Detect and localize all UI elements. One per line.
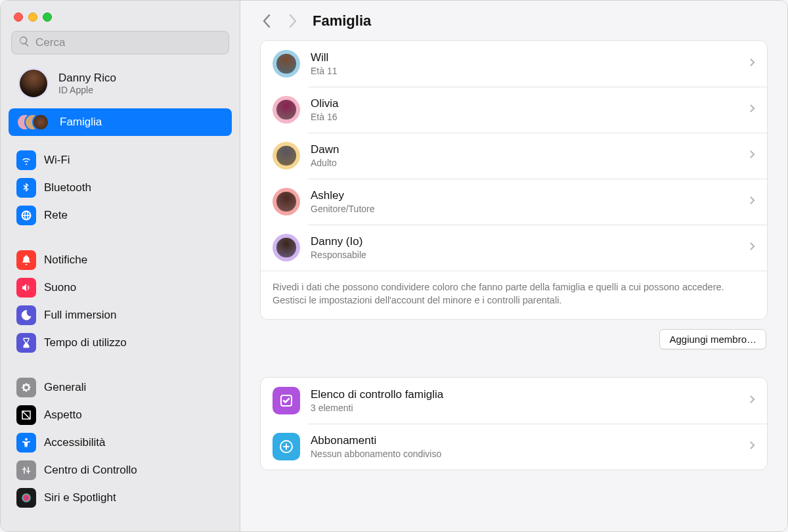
family-member-row[interactable]: DawnAdulto — [261, 133, 767, 179]
sidebar-item-label: Rete — [44, 209, 68, 222]
control-icon — [16, 460, 36, 480]
sidebar-item-speaker[interactable]: Suono — [9, 274, 232, 301]
member-avatar — [273, 96, 300, 123]
sidebar-item-label: Famiglia — [60, 116, 102, 129]
sidebar-item-label: Wi-Fi — [44, 154, 70, 167]
search-field[interactable] — [11, 31, 229, 55]
family-member-row[interactable]: Danny (Io)Responsabile — [261, 225, 767, 271]
chevron-right-icon — [749, 58, 755, 70]
header: Famiglia — [240, 1, 787, 40]
chevron-right-icon — [749, 242, 755, 254]
member-role: Adulto — [311, 158, 739, 168]
section-row[interactable]: AbbonamentiNessun abbonamento condiviso — [261, 424, 767, 470]
search-icon — [18, 35, 30, 51]
sidebar-item-bell[interactable]: Notifiche — [9, 246, 232, 274]
search-input[interactable] — [35, 36, 222, 49]
section-subtitle: Nessun abbonamento condiviso — [311, 449, 739, 459]
member-avatar — [273, 188, 300, 215]
svg-point-0 — [25, 438, 28, 441]
sidebar-item-label: Bluetooth — [44, 181, 91, 194]
family-member-row[interactable]: WillEtà 11 — [261, 41, 767, 87]
sidebar-item-hourglass[interactable]: Tempo di utilizzo — [9, 329, 232, 357]
aspect-icon — [16, 405, 36, 425]
chevron-right-icon — [749, 104, 755, 116]
page-title: Famiglia — [313, 12, 371, 30]
sidebar-item-label: Generali — [44, 381, 86, 394]
add-member-button[interactable]: Aggiungi membro… — [659, 329, 766, 349]
section-title: Abbonamenti — [311, 434, 739, 447]
zoom-window-button[interactable] — [43, 12, 52, 22]
hourglass-icon — [16, 333, 36, 353]
member-name: Olivia — [311, 97, 739, 110]
member-role: Responsabile — [311, 250, 739, 260]
member-avatar — [273, 142, 300, 169]
user-subtitle: ID Apple — [58, 85, 116, 95]
sidebar-item-bluetooth[interactable]: Bluetooth — [9, 174, 232, 202]
member-role: Età 16 — [311, 112, 739, 122]
family-avatars-icon — [16, 112, 52, 132]
minimize-window-button[interactable] — [28, 12, 37, 22]
sidebar-item-access[interactable]: Accessibilità — [9, 429, 232, 456]
member-name: Danny (Io) — [311, 235, 739, 248]
sidebar-item-label: Suono — [44, 281, 76, 294]
forward-button[interactable] — [286, 13, 299, 29]
chevron-right-icon — [749, 150, 755, 162]
section-title: Elenco di controllo famiglia — [311, 388, 739, 401]
globe-icon — [16, 206, 36, 225]
svg-point-1 — [22, 493, 31, 502]
sidebar-item-moon[interactable]: Full immersion — [9, 301, 232, 329]
family-members-card: WillEtà 11OliviaEtà 16DawnAdultoAshleyGe… — [260, 40, 768, 320]
sidebar-item-apple-id[interactable]: Danny Rico ID Apple — [1, 62, 240, 108]
close-window-button[interactable] — [14, 12, 23, 22]
member-role: Genitore/Tutore — [311, 204, 739, 214]
subscribe-icon — [273, 433, 300, 460]
sidebar-item-family[interactable]: Famiglia — [9, 108, 232, 136]
family-sections-card: Elenco di controllo famiglia3 elementiAb… — [260, 377, 768, 470]
sidebar-item-control[interactable]: Centro di Controllo — [9, 456, 232, 484]
bluetooth-icon — [16, 178, 36, 198]
family-member-row[interactable]: OliviaEtà 16 — [261, 87, 767, 133]
main-content: Famiglia WillEtà 11OliviaEtà 16DawnAdult… — [240, 1, 787, 531]
window-controls — [1, 9, 240, 31]
speaker-icon — [16, 278, 36, 298]
bell-icon — [16, 250, 36, 270]
chevron-right-icon — [749, 395, 755, 407]
members-note: Rivedi i dati che possono condividere co… — [261, 271, 767, 319]
access-icon — [16, 433, 36, 453]
sidebar: Danny Rico ID Apple Famiglia Wi-FiBlueto… — [1, 1, 240, 531]
sidebar-item-siri[interactable]: Siri e Spotlight — [9, 484, 232, 512]
chevron-right-icon — [749, 441, 755, 453]
sidebar-item-label: Tempo di utilizzo — [44, 336, 127, 349]
user-avatar — [18, 68, 49, 99]
wifi-icon — [16, 150, 36, 170]
member-avatar — [273, 50, 300, 78]
moon-icon — [16, 305, 36, 325]
sidebar-item-globe[interactable]: Rete — [9, 202, 232, 229]
member-avatar — [273, 234, 300, 261]
member-name: Will — [311, 51, 739, 64]
sidebar-item-label: Aspetto — [44, 409, 82, 422]
section-row[interactable]: Elenco di controllo famiglia3 elementi — [261, 378, 767, 424]
section-subtitle: 3 elementi — [311, 403, 739, 413]
sidebar-item-aspect[interactable]: Aspetto — [9, 401, 232, 429]
chevron-right-icon — [749, 196, 755, 208]
back-button[interactable] — [260, 13, 273, 29]
gear-icon — [16, 378, 36, 397]
sidebar-item-label: Notifiche — [44, 254, 87, 267]
family-member-row[interactable]: AshleyGenitore/Tutore — [261, 179, 767, 225]
member-name: Dawn — [311, 143, 739, 156]
checklist-icon — [273, 387, 300, 414]
member-role: Età 11 — [311, 66, 739, 76]
user-name: Danny Rico — [58, 72, 116, 85]
sidebar-item-label: Siri e Spotlight — [44, 491, 116, 504]
sidebar-item-wifi[interactable]: Wi-Fi — [9, 146, 232, 174]
siri-icon — [16, 488, 36, 508]
sidebar-item-label: Full immersion — [44, 309, 117, 322]
sidebar-item-label: Centro di Controllo — [44, 464, 137, 477]
sidebar-item-label: Accessibilità — [44, 436, 106, 449]
sidebar-item-gear[interactable]: Generali — [9, 374, 232, 401]
member-name: Ashley — [311, 189, 739, 202]
